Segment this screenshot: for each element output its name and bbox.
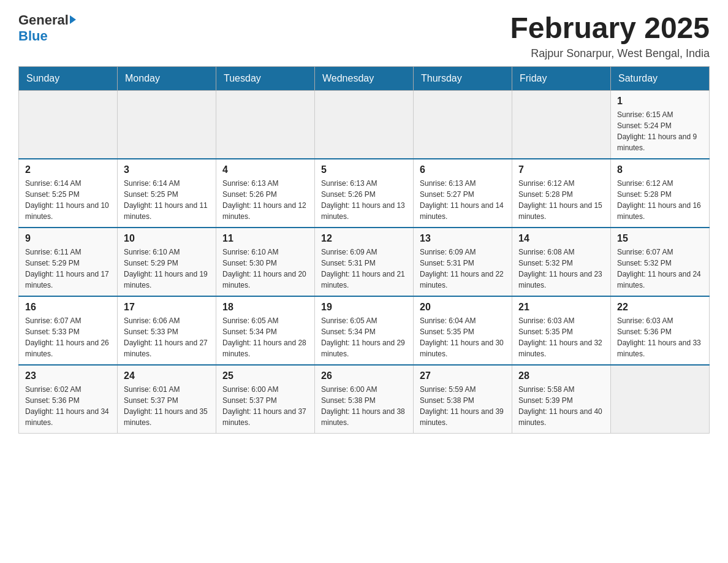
calendar-cell: 25Sunrise: 6:00 AMSunset: 5:37 PMDayligh… [216,365,315,434]
day-info: Sunrise: 6:00 AMSunset: 5:37 PMDaylight:… [222,384,308,428]
calendar-cell [512,90,611,159]
day-info: Sunrise: 6:01 AMSunset: 5:37 PMDaylight:… [124,384,210,428]
weekday-header-tuesday: Tuesday [216,66,315,90]
day-number: 14 [518,233,604,244]
day-info: Sunrise: 6:06 AMSunset: 5:33 PMDaylight:… [124,315,210,359]
day-number: 19 [321,302,407,313]
calendar-cell: 5Sunrise: 6:13 AMSunset: 5:26 PMDaylight… [315,159,414,228]
day-info: Sunrise: 6:12 AMSunset: 5:28 PMDaylight:… [518,178,604,222]
weekday-header-saturday: Saturday [611,66,710,90]
day-info: Sunrise: 5:58 AMSunset: 5:39 PMDaylight:… [518,384,604,428]
title-block: February 2025 Rajpur Sonarpur, West Beng… [510,12,710,60]
day-number: 20 [420,302,506,313]
calendar-cell [611,365,710,434]
weekday-header-wednesday: Wednesday [315,66,414,90]
day-number: 22 [617,302,703,313]
day-number: 12 [321,233,407,244]
calendar-week-row: 1Sunrise: 6:15 AMSunset: 5:24 PMDaylight… [19,90,710,159]
day-number: 27 [420,370,506,381]
day-info: Sunrise: 6:09 AMSunset: 5:31 PMDaylight:… [321,247,407,291]
day-number: 9 [25,233,111,244]
calendar-cell: 28Sunrise: 5:58 AMSunset: 5:39 PMDayligh… [512,365,611,434]
day-number: 6 [420,164,506,175]
day-info: Sunrise: 6:05 AMSunset: 5:34 PMDaylight:… [321,315,407,359]
calendar-cell: 12Sunrise: 6:09 AMSunset: 5:31 PMDayligh… [315,228,414,296]
day-info: Sunrise: 6:03 AMSunset: 5:36 PMDaylight:… [617,315,703,359]
day-info: Sunrise: 6:14 AMSunset: 5:25 PMDaylight:… [25,178,111,222]
day-number: 15 [617,233,703,244]
day-info: Sunrise: 6:08 AMSunset: 5:32 PMDaylight:… [518,247,604,291]
page-header: General Blue February 2025 Rajpur Sonarp… [18,12,710,60]
day-info: Sunrise: 6:13 AMSunset: 5:26 PMDaylight:… [222,178,308,222]
calendar-week-row: 16Sunrise: 6:07 AMSunset: 5:33 PMDayligh… [19,296,710,365]
calendar-cell [414,90,512,159]
weekday-header-monday: Monday [118,66,216,90]
day-info: Sunrise: 6:09 AMSunset: 5:31 PMDaylight:… [420,247,506,291]
day-number: 25 [222,370,308,381]
calendar-cell: 21Sunrise: 6:03 AMSunset: 5:35 PMDayligh… [512,296,611,365]
calendar-cell: 7Sunrise: 6:12 AMSunset: 5:28 PMDaylight… [512,159,611,228]
calendar-cell: 3Sunrise: 6:14 AMSunset: 5:25 PMDaylight… [118,159,216,228]
day-number: 2 [25,164,111,175]
day-info: Sunrise: 6:15 AMSunset: 5:24 PMDaylight:… [617,109,703,153]
day-number: 8 [617,164,703,175]
day-number: 24 [124,370,210,381]
day-number: 3 [124,164,210,175]
calendar-cell: 27Sunrise: 5:59 AMSunset: 5:38 PMDayligh… [414,365,512,434]
calendar-cell: 1Sunrise: 6:15 AMSunset: 5:24 PMDaylight… [611,90,710,159]
day-info: Sunrise: 6:10 AMSunset: 5:30 PMDaylight:… [222,247,308,291]
day-info: Sunrise: 6:11 AMSunset: 5:29 PMDaylight:… [25,247,111,291]
day-info: Sunrise: 6:13 AMSunset: 5:27 PMDaylight:… [420,178,506,222]
calendar-cell [216,90,315,159]
day-number: 18 [222,302,308,313]
weekday-header-sunday: Sunday [19,66,118,90]
calendar-cell: 24Sunrise: 6:01 AMSunset: 5:37 PMDayligh… [118,365,216,434]
day-info: Sunrise: 6:03 AMSunset: 5:35 PMDaylight:… [518,315,604,359]
calendar-cell [19,90,118,159]
day-number: 7 [518,164,604,175]
day-number: 17 [124,302,210,313]
day-info: Sunrise: 6:02 AMSunset: 5:36 PMDaylight:… [25,384,111,428]
day-number: 23 [25,370,111,381]
day-info: Sunrise: 5:59 AMSunset: 5:38 PMDaylight:… [420,384,506,428]
weekday-header-thursday: Thursday [414,66,512,90]
day-number: 11 [222,233,308,244]
day-info: Sunrise: 6:00 AMSunset: 5:38 PMDaylight:… [321,384,407,428]
day-number: 10 [124,233,210,244]
day-number: 16 [25,302,111,313]
day-info: Sunrise: 6:12 AMSunset: 5:28 PMDaylight:… [617,178,703,222]
day-info: Sunrise: 6:07 AMSunset: 5:32 PMDaylight:… [617,247,703,291]
calendar-week-row: 9Sunrise: 6:11 AMSunset: 5:29 PMDaylight… [19,228,710,296]
logo-blue-text: Blue [18,28,76,44]
calendar-cell: 11Sunrise: 6:10 AMSunset: 5:30 PMDayligh… [216,228,315,296]
weekday-header-row: SundayMondayTuesdayWednesdayThursdayFrid… [19,66,710,90]
day-info: Sunrise: 6:10 AMSunset: 5:29 PMDaylight:… [124,247,210,291]
calendar-cell: 18Sunrise: 6:05 AMSunset: 5:34 PMDayligh… [216,296,315,365]
calendar-cell: 20Sunrise: 6:04 AMSunset: 5:35 PMDayligh… [414,296,512,365]
calendar-cell [315,90,414,159]
location-subtitle: Rajpur Sonarpur, West Bengal, India [510,47,710,60]
day-info: Sunrise: 6:05 AMSunset: 5:34 PMDaylight:… [222,315,308,359]
logo: General Blue [18,12,76,44]
day-number: 5 [321,164,407,175]
calendar-cell: 2Sunrise: 6:14 AMSunset: 5:25 PMDaylight… [19,159,118,228]
day-number: 4 [222,164,308,175]
calendar-cell: 22Sunrise: 6:03 AMSunset: 5:36 PMDayligh… [611,296,710,365]
calendar-cell: 17Sunrise: 6:06 AMSunset: 5:33 PMDayligh… [118,296,216,365]
calendar-week-row: 23Sunrise: 6:02 AMSunset: 5:36 PMDayligh… [19,365,710,434]
logo-arrow-icon [70,15,76,24]
day-number: 28 [518,370,604,381]
calendar-cell: 19Sunrise: 6:05 AMSunset: 5:34 PMDayligh… [315,296,414,365]
calendar-table: SundayMondayTuesdayWednesdayThursdayFrid… [18,66,710,434]
day-number: 13 [420,233,506,244]
logo-general-text: General [18,12,69,28]
calendar-cell: 23Sunrise: 6:02 AMSunset: 5:36 PMDayligh… [19,365,118,434]
calendar-cell: 8Sunrise: 6:12 AMSunset: 5:28 PMDaylight… [611,159,710,228]
calendar-cell: 14Sunrise: 6:08 AMSunset: 5:32 PMDayligh… [512,228,611,296]
calendar-cell: 15Sunrise: 6:07 AMSunset: 5:32 PMDayligh… [611,228,710,296]
calendar-cell: 16Sunrise: 6:07 AMSunset: 5:33 PMDayligh… [19,296,118,365]
calendar-week-row: 2Sunrise: 6:14 AMSunset: 5:25 PMDaylight… [19,159,710,228]
weekday-header-friday: Friday [512,66,611,90]
day-info: Sunrise: 6:07 AMSunset: 5:33 PMDaylight:… [25,315,111,359]
day-info: Sunrise: 6:14 AMSunset: 5:25 PMDaylight:… [124,178,210,222]
